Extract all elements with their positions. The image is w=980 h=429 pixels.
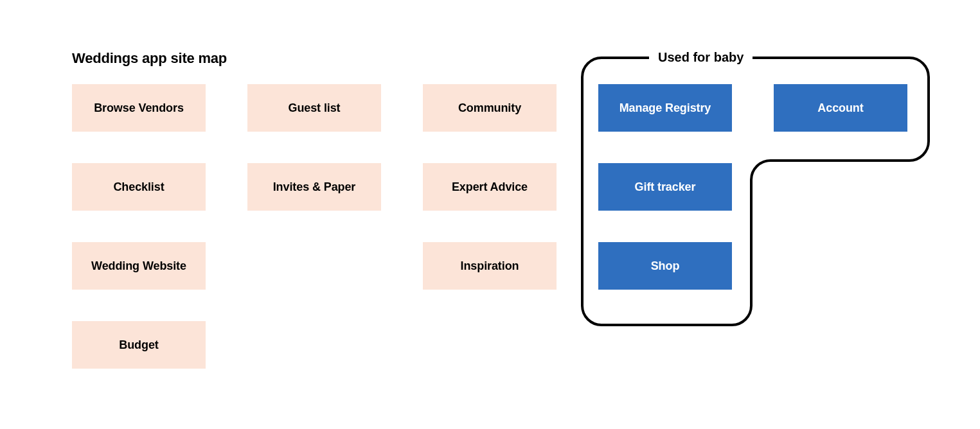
node-label: Account [817, 101, 863, 115]
node-label: Community [458, 101, 521, 115]
node-account: Account [774, 84, 907, 132]
node-gift-tracker: Gift tracker [598, 163, 732, 211]
node-invites-paper: Invites & Paper [247, 163, 381, 211]
node-label: Gift tracker [635, 180, 696, 194]
node-label: Guest list [288, 101, 340, 115]
node-inspiration: Inspiration [423, 242, 557, 290]
node-label: Manage Registry [619, 101, 711, 115]
node-browse-vendors: Browse Vendors [72, 84, 206, 132]
node-label: Shop [651, 259, 680, 273]
node-community: Community [423, 84, 557, 132]
node-expert-advice: Expert Advice [423, 163, 557, 211]
node-label: Budget [119, 338, 158, 352]
node-shop: Shop [598, 242, 732, 290]
node-label: Browse Vendors [94, 101, 184, 115]
diagram-title: Weddings app site map [72, 50, 227, 67]
node-label: Checklist [113, 180, 164, 194]
node-label: Expert Advice [452, 180, 528, 194]
node-label: Invites & Paper [273, 180, 356, 194]
node-guest-list: Guest list [247, 84, 381, 132]
node-checklist: Checklist [72, 163, 206, 211]
sitemap-diagram: Weddings app site map Used for baby Brow… [0, 0, 980, 429]
node-label: Inspiration [461, 259, 519, 273]
group-label: Used for baby [649, 50, 753, 65]
node-budget: Budget [72, 321, 206, 369]
node-manage-registry: Manage Registry [598, 84, 732, 132]
node-label: Wedding Website [91, 259, 186, 273]
node-wedding-website: Wedding Website [72, 242, 206, 290]
